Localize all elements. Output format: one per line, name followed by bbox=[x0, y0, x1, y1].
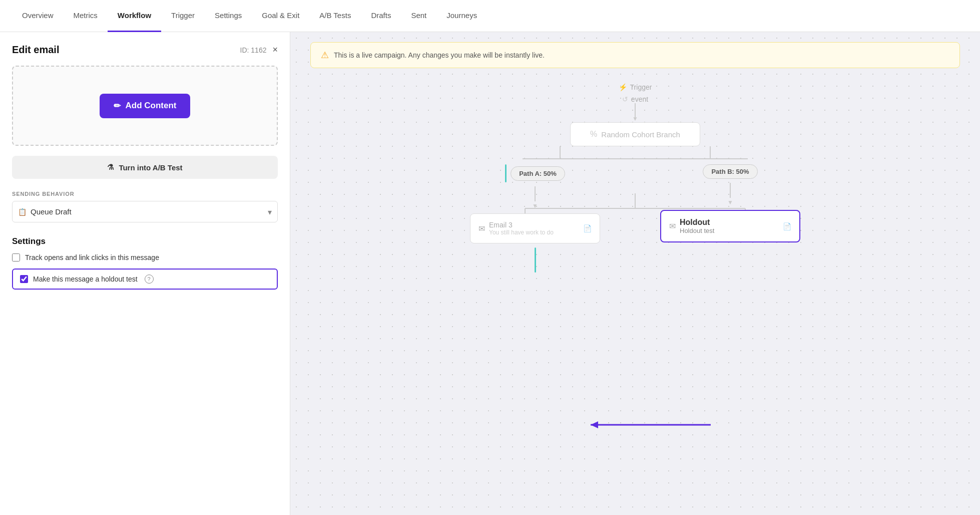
event-label: event bbox=[631, 95, 648, 103]
add-content-button[interactable]: ✏ Add Content bbox=[100, 94, 191, 118]
envelope-icon-holdout: ✉ bbox=[669, 221, 676, 231]
path-b-badge[interactable]: Path B: 50% bbox=[703, 164, 757, 179]
add-content-area: ✏ Add Content bbox=[12, 66, 278, 146]
sending-behavior-label: SENDING BEHAVIOR bbox=[12, 191, 278, 197]
refresh-icon: ↺ bbox=[622, 95, 628, 103]
live-banner-text: This is a live campaign. Any changes you… bbox=[334, 51, 545, 59]
svg-marker-7 bbox=[591, 421, 598, 428]
path-a-branch bbox=[485, 146, 635, 159]
holdout-left: ✉ Holdout Holdout test bbox=[669, 218, 714, 234]
trigger-section: ⚡ Trigger ↺ event bbox=[619, 83, 652, 103]
panel-title: Edit email bbox=[12, 44, 59, 56]
nav-item-sent[interactable]: Sent bbox=[401, 0, 436, 32]
trigger-node[interactable]: ⚡ Trigger bbox=[619, 83, 652, 91]
nav-item-overview[interactable]: Overview bbox=[12, 0, 64, 32]
path-a-arrow: ▼ bbox=[532, 202, 538, 209]
envelope-icon-left: ✉ bbox=[478, 224, 485, 233]
doc-icon-email3: 📄 bbox=[583, 224, 592, 232]
path-b-horiz bbox=[598, 158, 748, 159]
live-banner: ⚠ This is a live campaign. Any changes y… bbox=[310, 42, 960, 68]
path-a-header: Path A: 50% bbox=[505, 164, 565, 182]
nav-item-trigger[interactable]: Trigger bbox=[161, 0, 205, 32]
nav-item-workflow[interactable]: Workflow bbox=[108, 0, 161, 32]
email3-node[interactable]: ✉ Email 3 You still have work to do 📄 bbox=[470, 213, 600, 243]
top-navigation: Overview Metrics Workflow Trigger Settin… bbox=[0, 0, 980, 32]
panel-id: ID: 1162 bbox=[240, 46, 267, 54]
path-b-branch bbox=[635, 146, 785, 159]
warning-icon: ⚠ bbox=[321, 50, 329, 61]
nav-item-journeys[interactable]: Journeys bbox=[436, 0, 487, 32]
path-a-column: Path A: 50% ▼ ✉ Email 3 You still have w… bbox=[470, 164, 600, 273]
teal-bar-below-email3 bbox=[535, 247, 536, 273]
percent-icon: % bbox=[590, 130, 597, 139]
holdout-checkbox[interactable] bbox=[20, 275, 28, 283]
trigger-label: Trigger bbox=[630, 83, 652, 91]
nav-item-goal-exit[interactable]: Goal & Exit bbox=[252, 0, 309, 32]
holdout-info: Holdout Holdout test bbox=[680, 218, 714, 234]
path-b-column: Path B: 50% ▼ ✉ Holdout Holdout test bbox=[660, 164, 800, 242]
event-node[interactable]: ↺ event bbox=[622, 95, 648, 103]
path-a-line-top bbox=[560, 146, 561, 158]
ab-test-label: Turn into A/B Test bbox=[119, 163, 182, 172]
nav-item-metrics[interactable]: Metrics bbox=[64, 0, 108, 32]
email3-left: ✉ Email 3 You still have work to do bbox=[478, 221, 554, 236]
sending-behavior-wrapper: 📋 Queue Draft Send Immediately Schedule … bbox=[12, 201, 278, 222]
holdout-subtitle: Holdout test bbox=[680, 227, 714, 234]
flask-icon: ⚗ bbox=[107, 163, 114, 172]
nav-item-drafts[interactable]: Drafts bbox=[361, 0, 401, 32]
path-b-arrow: ▼ bbox=[727, 199, 733, 206]
close-button[interactable]: × bbox=[272, 45, 278, 55]
lightning-icon: ⚡ bbox=[619, 83, 627, 91]
track-opens-checkbox[interactable] bbox=[12, 253, 20, 262]
track-opens-row: Track opens and link clicks in this mess… bbox=[12, 253, 278, 262]
doc-select-icon: 📋 bbox=[18, 208, 27, 216]
path-a-connector bbox=[535, 186, 536, 201]
random-cohort-label: Random Cohort Branch bbox=[601, 130, 680, 139]
teal-bar-left bbox=[505, 164, 507, 182]
holdout-label: Make this message a holdout test bbox=[33, 275, 138, 283]
add-content-label: Add Content bbox=[126, 101, 177, 111]
holdout-test-box: Make this message a holdout test ? bbox=[12, 269, 278, 290]
arrow-down-1: ▼ bbox=[632, 115, 638, 122]
track-opens-label: Track opens and link clicks in this mess… bbox=[25, 253, 159, 262]
purple-arrow-svg bbox=[300, 405, 980, 445]
doc-icon-holdout: 📄 bbox=[783, 222, 791, 230]
workflow-canvas: ⚠ This is a live campaign. Any changes y… bbox=[290, 32, 980, 515]
sending-behavior-select[interactable]: Queue Draft Send Immediately Schedule bbox=[12, 201, 278, 222]
email3-subtitle: You still have work to do bbox=[489, 229, 554, 236]
sending-behavior-section: SENDING BEHAVIOR 📋 Queue Draft Send Imme… bbox=[12, 191, 278, 222]
email3-info: Email 3 You still have work to do bbox=[489, 221, 554, 236]
email3-title: Email 3 bbox=[489, 221, 554, 229]
nav-item-ab-tests[interactable]: A/B Tests bbox=[309, 0, 361, 32]
ab-test-button[interactable]: ⚗ Turn into A/B Test bbox=[12, 156, 278, 179]
path-a-badge[interactable]: Path A: 50% bbox=[511, 166, 565, 181]
left-panel: Edit email ID: 1162 × ✏ Add Content ⚗ Tu… bbox=[0, 32, 290, 515]
pencil-icon: ✏ bbox=[114, 101, 121, 111]
random-cohort-node[interactable]: % Random Cohort Branch bbox=[570, 122, 700, 146]
settings-title: Settings bbox=[12, 236, 278, 246]
branch-container bbox=[485, 146, 785, 159]
canvas-wrapper: ⚠ This is a live campaign. Any changes y… bbox=[290, 42, 980, 515]
help-icon[interactable]: ? bbox=[145, 275, 154, 284]
main-layout: Edit email ID: 1162 × ✏ Add Content ⚗ Tu… bbox=[0, 32, 980, 515]
holdout-title: Holdout bbox=[680, 218, 714, 227]
nav-item-settings[interactable]: Settings bbox=[205, 0, 252, 32]
paths-row: Path A: 50% ▼ ✉ Email 3 You still have w… bbox=[470, 164, 800, 273]
path-b-line-top bbox=[710, 146, 711, 158]
holdout-node[interactable]: ✉ Holdout Holdout test 📄 bbox=[660, 210, 800, 242]
path-b-connector bbox=[730, 183, 731, 198]
settings-section: Settings Track opens and link clicks in … bbox=[12, 236, 278, 290]
panel-id-close: ID: 1162 × bbox=[240, 45, 278, 55]
panel-header: Edit email ID: 1162 × bbox=[12, 44, 278, 56]
